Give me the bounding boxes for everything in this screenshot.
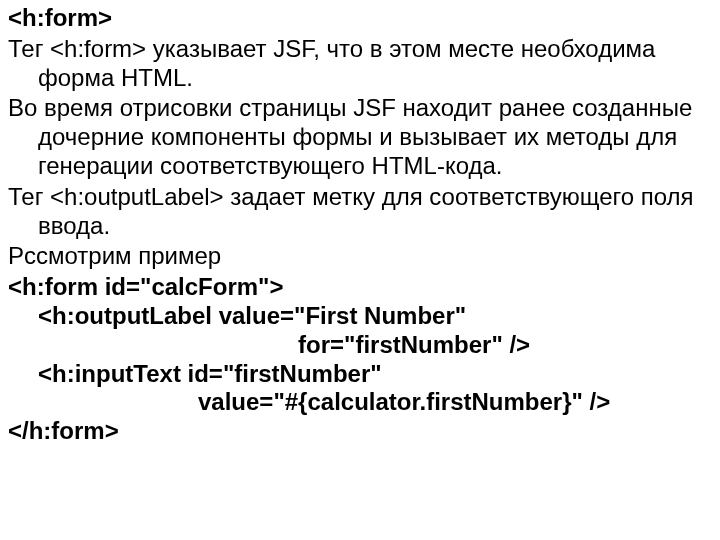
paragraph-3: Тег <h:outputLabel> задает метку для соо… [8, 183, 712, 241]
slide-content: <h:form> Тег <h:form> указывает JSF, что… [0, 0, 720, 454]
code-line-6: </h:form> [8, 417, 712, 446]
paragraph-2: Во время отрисовки страницы JSF находит … [8, 94, 712, 180]
code-line-5: value="#{calculator.firstNumber}" /> [8, 388, 712, 417]
slide-title: <h:form> [8, 4, 712, 33]
code-line-3: for="firstNumber" /> [8, 331, 712, 360]
code-line-1: <h:form id="calcForm"> [8, 273, 712, 302]
code-line-2: <h:outputLabel value="First Number" [8, 302, 712, 331]
paragraph-4: Рссмотрим пример [8, 242, 712, 271]
paragraph-1: Тег <h:form> указывает JSF, что в этом м… [8, 35, 712, 93]
code-line-4: <h:inputText id="firstNumber" [8, 360, 712, 389]
